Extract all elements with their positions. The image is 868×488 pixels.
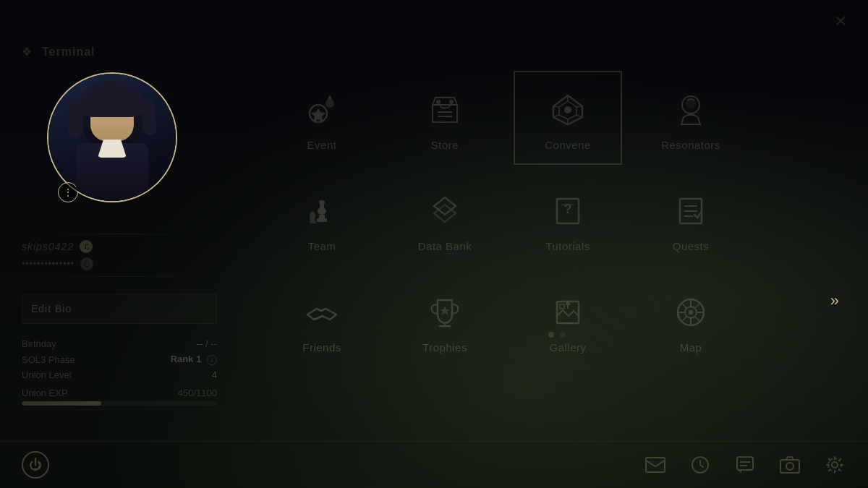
avatar-section (47, 72, 192, 217)
main-container: ✕ ❖ Terminal (0, 0, 868, 488)
avatar-menu-button[interactable] (58, 182, 78, 202)
